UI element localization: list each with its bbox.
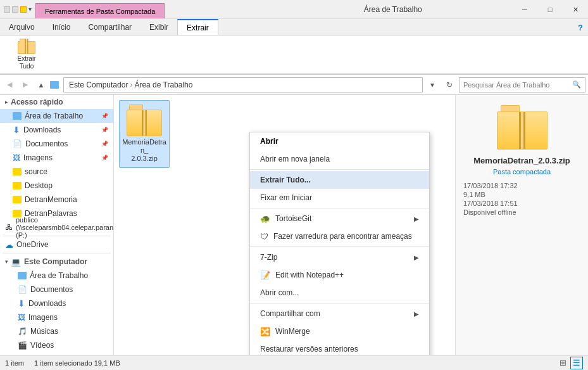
ctx-sep-2 [250,208,429,208]
ctx-item-extract-all[interactable]: Extrair Tudo... [250,171,429,189]
sidebar-item-images-quick[interactable]: 🖼 Imagens 📌 [0,151,113,165]
address-path[interactable]: Este Computador › Área de Trabalho [63,77,423,92]
computer-icon: 💻 [11,257,21,267]
pin-icon: 📌 [101,113,108,119]
ctx-item-open-with[interactable]: Abrir com... [250,284,429,302]
ctx-item-notepad[interactable]: 📝 Edit with Notepad++ [250,266,429,284]
tab-inicio[interactable]: Início [44,19,80,35]
zip-folder-icon [127,105,162,136]
tortoise-icon: 🐢 [260,214,270,224]
window-controls: ─ □ ✕ [512,0,588,18]
breadcrumb-folder-icon [50,81,59,89]
extract-all-button[interactable]: ExtrairTudo [10,38,43,71]
tab-arquivo[interactable]: Arquivo [0,19,44,35]
ctx-item-pin-start[interactable]: Fixar em Iniciar [250,189,429,207]
notepad-icon: 📝 [260,271,270,280]
up-button[interactable]: ▲ [34,78,48,92]
ctx-item-share-with[interactable]: Compartilhar com ▶ [250,305,429,322]
sidebar-item-network[interactable]: 🖧 publico (\\sceleparsmb04.celepar.paran… [0,220,113,234]
window-icon-1 [4,6,10,13]
search-icon: 🔍 [572,80,581,89]
help-button[interactable]: ? [573,19,588,35]
ribbon-title-tabs: Ferramentas de Pasta Compactada [35,0,274,18]
sidebar-item-downloads-computer[interactable]: ⬇ Downloads [0,297,113,310]
sidebar-item-documents-quick[interactable]: 📄 Documentos 📌 [0,137,113,151]
ribbon-group-extract: ExtrairTudo [5,38,48,71]
folder-icon-desktop [13,182,22,189]
view-buttons: ⊞ ☰ [556,357,583,369]
ctx-item-open-new-window[interactable]: Abrir em nova janela [250,150,429,168]
context-menu: Abrir Abrir em nova janela Extrair Tudo.… [249,132,430,355]
ctx-item-restore-versions[interactable]: Restaurar versões anteriores [250,340,429,355]
details-panel: MemoriaDetran_2.0.3.zip Pasta compactada… [455,95,588,355]
ctx-sep-4 [250,303,429,303]
img-icon-2: 🖼 [18,313,25,322]
window-icon-folder [20,6,27,13]
pin-icon-3: 📌 [101,141,108,147]
download-icon-2: ⬇ [18,299,25,308]
path-dropdown-button[interactable]: ▾ [425,77,440,92]
sidebar-item-detran-memoria[interactable]: DetranMemoria [0,193,113,207]
content-area: MemoriaDetran_2.0.3.zip MemoriaDetran_2.… [114,95,588,355]
title-bar-left: ▾ [0,0,35,18]
ctx-item-open[interactable]: Abrir [250,132,429,150]
window-icon-2 [12,6,18,13]
search-box[interactable]: 🔍 [459,77,585,92]
forward-button[interactable]: ▶ [18,78,32,92]
detail-size1: 9,1 MB [463,191,580,198]
desktop-folder-icon [13,112,22,120]
sidebar-item-images-computer[interactable]: 🖼 Imagens [0,310,113,324]
status-bar: 1 item 1 item selecionado 19,1 MB ⊞ ☰ [0,355,588,370]
folder-icon-source [13,168,22,175]
minimize-button[interactable]: ─ [512,0,537,19]
tab-compartilhar[interactable]: Compartilhar [79,19,141,35]
close-button[interactable]: ✕ [563,0,588,19]
ctx-item-winmerge[interactable]: 🔀 WinMerge [250,322,429,340]
folder-icon-detranmem [13,196,22,203]
ribbon-content: ExtrairTudo [0,35,588,75]
ctx-item-7zip[interactable]: 7-Zip ▶ [250,248,429,266]
file-item-zip[interactable]: MemoriaDetran_2.0.3.zip [119,100,170,168]
sidebar-item-onedrive[interactable]: ☁ OneDrive [0,238,113,252]
shield-icon: 🛡 [260,232,268,241]
sidebar-item-documents-computer[interactable]: 📄 Documentos [0,283,113,297]
back-button[interactable]: ◀ [3,78,16,92]
detail-filename: MemoriaDetran_2.0.3.zip [463,156,580,165]
network-drive-icon: 🖧 [5,223,13,232]
submenu-arrow-share: ▶ [414,310,419,317]
tab-extrair[interactable]: Extrair [177,19,218,35]
address-bar: ◀ ▶ ▲ Este Computador › Área de Trabalho… [0,75,588,95]
sidebar-item-desktop-folder[interactable]: Desktop [0,179,113,193]
file-name: MemoriaDetran_2.0.3.zip [122,138,166,163]
tab-exibir[interactable]: Exibir [141,19,177,35]
view-list-button[interactable]: ☰ [570,357,583,369]
tab-ferramentas[interactable]: Ferramentas de Pasta Compactada [35,3,165,18]
doc-icon: 📄 [13,139,22,148]
submenu-arrow-7zip: ▶ [414,254,419,261]
detail-type: Pasta compactada [463,168,580,175]
main-area: ▸ Acesso rápido Área de Trabalho 📌 ⬇ Dow… [0,95,588,355]
sidebar-item-desktop-quick[interactable]: Área de Trabalho 📌 [0,109,113,123]
sidebar-item-downloads-quick[interactable]: ⬇ Downloads 📌 [0,123,113,137]
view-grid-button[interactable]: ⊞ [556,357,569,369]
ctx-item-scan-threats[interactable]: 🛡 Fazer varredura para encontrar ameaças [250,227,429,245]
status-selected: 1 item selecionado 19,1 MB [34,359,120,367]
window-title: Área de Trabalho [274,0,513,18]
ctx-item-tortoisegit[interactable]: 🐢 TortoiseGit ▶ [250,210,429,227]
quick-access-arrow: ▾ [28,6,32,13]
search-input[interactable] [463,81,570,89]
sidebar-item-desktop-computer[interactable]: Área de Trabalho [0,269,113,283]
pin-icon-2: 📌 [101,127,108,133]
submenu-arrow-tortoise: ▶ [414,215,419,222]
pin-icon-4: 📌 [101,155,108,161]
video-icon: 🎬 [18,341,27,350]
detail-date2: 17/03/2018 17:51 [463,200,580,207]
maximize-button[interactable]: □ [537,0,563,19]
sidebar-item-computer-header[interactable]: ▾ 💻 Este Computador [0,255,113,269]
quick-access-header[interactable]: ▸ Acesso rápido [0,95,113,109]
refresh-button[interactable]: ↻ [442,77,457,92]
sidebar-item-music-computer[interactable]: 🎵 Músicas [0,324,113,338]
sidebar-item-videos-computer[interactable]: 🎬 Vídeos [0,338,113,352]
sidebar-divider-2 [3,253,111,253]
sidebar-item-source[interactable]: source [0,165,113,179]
